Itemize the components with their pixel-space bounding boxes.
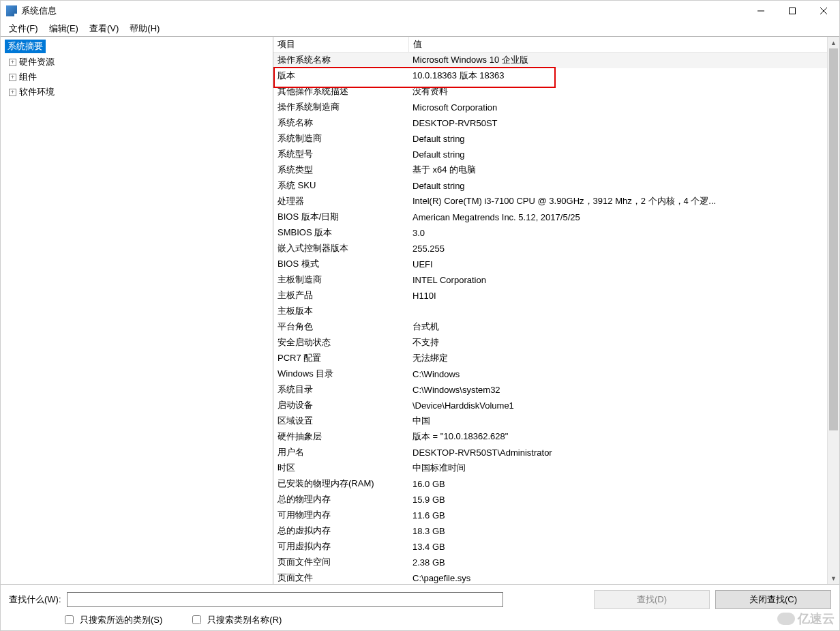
cell-value: C:\Windows\system32	[408, 382, 839, 398]
cell-value: Intel(R) Core(TM) i3-7100 CPU @ 3.90GHz，…	[408, 194, 839, 209]
cell-value: Default string	[408, 178, 839, 194]
table-row[interactable]: 可用虚拟内存13.4 GB	[273, 539, 839, 555]
cell-item: PCR7 配置	[273, 351, 408, 366]
cell-item: 嵌入式控制器版本	[273, 241, 408, 256]
cell-value: 没有资料	[408, 84, 839, 100]
table-row[interactable]: 主板产品H110I	[273, 288, 839, 304]
cell-item: 操作系统制造商	[273, 100, 408, 115]
expander-icon[interactable]: +	[9, 89, 16, 96]
tree-pane: 系统摘要 +硬件资源+组件+软件环境	[1, 37, 273, 584]
cell-value: 不支持	[408, 335, 839, 351]
chk-names-only-box[interactable]	[192, 615, 201, 624]
search-input[interactable]	[67, 592, 503, 607]
table-row[interactable]: 版本10.0.18363 版本 18363	[273, 68, 839, 84]
table-row[interactable]: 页面文件C:\pagefile.sys	[273, 570, 839, 585]
close-button[interactable]	[808, 1, 839, 21]
table-row[interactable]: BIOS 版本/日期American Megatrends Inc. 5.12,…	[273, 209, 839, 225]
cell-item: 时区	[273, 460, 408, 476]
expander-icon[interactable]: +	[9, 74, 16, 81]
chk-selected-only[interactable]: 只搜索所选的类别(S)	[62, 613, 162, 626]
menu-file[interactable]: 文件(F)	[5, 21, 42, 36]
table-row[interactable]: 系统制造商Default string	[273, 131, 839, 147]
cell-item: BIOS 模式	[273, 256, 408, 272]
tree-item[interactable]: +组件	[9, 70, 273, 85]
table-row[interactable]: 总的虚拟内存18.3 GB	[273, 523, 839, 539]
cell-item: 可用虚拟内存	[273, 539, 408, 555]
table-row[interactable]: 用户名DESKTOP-RVR50ST\Administrator	[273, 445, 839, 460]
cell-value: C:\pagefile.sys	[408, 570, 839, 585]
table-row[interactable]: 系统型号Default string	[273, 147, 839, 162]
cell-item: 系统目录	[273, 382, 408, 398]
cell-value: 版本 = "10.0.18362.628"	[408, 429, 839, 445]
search-label: 查找什么(W):	[9, 593, 61, 606]
cell-value: 中国标准时间	[408, 460, 839, 476]
cell-item: 操作系统名称	[273, 53, 408, 68]
scroll-down-arrow[interactable]: ▼	[828, 572, 839, 584]
table-row[interactable]: 系统名称DESKTOP-RVR50ST	[273, 115, 839, 131]
cell-value: UEFI	[408, 256, 839, 272]
body-split: 系统摘要 +硬件资源+组件+软件环境 项目 值 操作系统名称Microsoft …	[1, 36, 839, 585]
cell-value: Default string	[408, 131, 839, 147]
table-row[interactable]: 系统目录C:\Windows\system32	[273, 382, 839, 398]
tree-root[interactable]: 系统摘要	[5, 40, 46, 53]
tree-item[interactable]: +硬件资源	[9, 55, 273, 70]
search-panel: 查找什么(W): 查找(D) 关闭查找(C) 只搜索所选的类别(S) 只搜索类别…	[1, 585, 839, 630]
maximize-button[interactable]	[777, 1, 808, 21]
table-row[interactable]: 平台角色台式机	[273, 319, 839, 335]
menu-help[interactable]: 帮助(H)	[125, 21, 164, 36]
table-row[interactable]: 操作系统名称Microsoft Windows 10 企业版	[273, 53, 839, 68]
cell-value: H110I	[408, 288, 839, 304]
table-row[interactable]: 页面文件空间2.38 GB	[273, 555, 839, 570]
table-row[interactable]: BIOS 模式UEFI	[273, 256, 839, 272]
scrollbar-thumb[interactable]	[829, 48, 838, 430]
cell-value: 中国	[408, 413, 839, 429]
cell-item: SMBIOS 版本	[273, 225, 408, 241]
table-row[interactable]: Windows 目录C:\Windows	[273, 366, 839, 382]
table-row[interactable]: 已安装的物理内存(RAM)16.0 GB	[273, 476, 839, 492]
table-row[interactable]: 总的物理内存15.9 GB	[273, 492, 839, 508]
scroll-up-arrow[interactable]: ▲	[828, 37, 839, 48]
col-item[interactable]: 项目	[273, 37, 408, 53]
table-row[interactable]: SMBIOS 版本3.0	[273, 225, 839, 241]
cell-value: 255.255	[408, 241, 839, 256]
menu-edit[interactable]: 编辑(E)	[45, 21, 82, 36]
table-row[interactable]: PCR7 配置无法绑定	[273, 351, 839, 366]
table-row[interactable]: 主板版本	[273, 304, 839, 319]
cell-item: 其他操作系统描述	[273, 84, 408, 100]
close-find-button[interactable]: 关闭查找(C)	[715, 590, 831, 609]
cell-value	[408, 304, 839, 319]
details-table: 项目 值 操作系统名称Microsoft Windows 10 企业版版本10.…	[273, 37, 839, 584]
table-row[interactable]: 可用物理内存11.6 GB	[273, 508, 839, 523]
cell-item: 系统制造商	[273, 131, 408, 147]
cell-item: 版本	[273, 68, 408, 84]
menu-view[interactable]: 查看(V)	[85, 21, 123, 36]
minimize-button[interactable]	[745, 1, 777, 21]
table-row[interactable]: 系统 SKUDefault string	[273, 178, 839, 194]
table-row[interactable]: 嵌入式控制器版本255.255	[273, 241, 839, 256]
cell-value: Microsoft Windows 10 企业版	[408, 53, 839, 68]
window-controls	[745, 1, 839, 21]
cell-item: 系统类型	[273, 162, 408, 178]
vertical-scrollbar[interactable]: ▲ ▼	[827, 37, 839, 584]
table-row[interactable]: 时区中国标准时间	[273, 460, 839, 476]
table-row[interactable]: 安全启动状态不支持	[273, 335, 839, 351]
tree-item[interactable]: +软件环境	[9, 85, 273, 100]
chk-selected-only-box[interactable]	[65, 615, 74, 624]
app-icon	[6, 5, 17, 16]
table-row[interactable]: 系统类型基于 x64 的电脑	[273, 162, 839, 178]
cell-item: 页面文件空间	[273, 555, 408, 570]
col-value[interactable]: 值	[408, 37, 839, 53]
table-row[interactable]: 其他操作系统描述没有资料	[273, 84, 839, 100]
table-row[interactable]: 处理器Intel(R) Core(TM) i3-7100 CPU @ 3.90G…	[273, 194, 839, 209]
cell-item: 主板版本	[273, 304, 408, 319]
table-row[interactable]: 操作系统制造商Microsoft Corporation	[273, 100, 839, 115]
table-row[interactable]: 启动设备\Device\HarddiskVolume1	[273, 398, 839, 413]
find-button[interactable]: 查找(D)	[594, 590, 710, 609]
table-row[interactable]: 硬件抽象层版本 = "10.0.18362.628"	[273, 429, 839, 445]
cell-value: Microsoft Corporation	[408, 100, 839, 115]
table-row[interactable]: 区域设置中国	[273, 413, 839, 429]
chk-names-only[interactable]: 只搜索类别名称(R)	[190, 613, 282, 626]
table-row[interactable]: 主板制造商INTEL Corporation	[273, 272, 839, 288]
expander-icon[interactable]: +	[9, 59, 16, 66]
details-pane: 项目 值 操作系统名称Microsoft Windows 10 企业版版本10.…	[273, 37, 839, 584]
